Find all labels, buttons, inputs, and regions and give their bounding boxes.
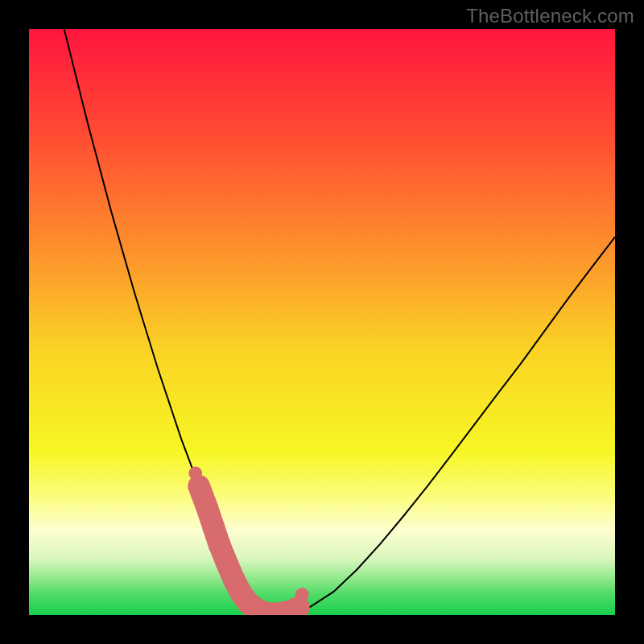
watermark-text: TheBottleneck.com — [466, 5, 634, 27]
image-frame: TheBottleneck.com — [0, 0, 644, 644]
plot-area — [29, 29, 615, 615]
highlight-dot — [188, 466, 202, 480]
bottleneck-chart — [29, 29, 615, 615]
gradient-background — [29, 29, 615, 615]
highlight-dot — [295, 588, 309, 601]
